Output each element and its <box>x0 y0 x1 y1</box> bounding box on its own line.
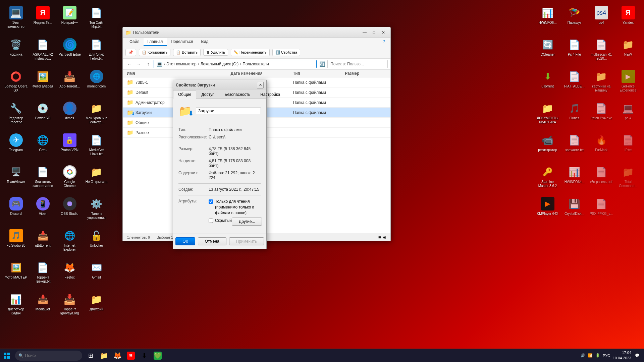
icon-edge[interactable]: 🌀 Microsoft Edge <box>57 35 82 65</box>
icon-photo-gallery[interactable]: 🖼️ ФотоГалерея <box>30 67 55 97</box>
taskbar-datetime[interactable]: 17:04 10.04.2023 <box>613 350 631 361</box>
tab-settings[interactable]: Настройка <box>255 90 285 99</box>
icon-starline[interactable]: 🔑 StarLine Master 3.6.2 <box>535 163 560 193</box>
icon-media-links[interactable]: 📄 MediaGet Links.txt <box>84 131 109 161</box>
refresh-button[interactable]: 🔄 <box>318 60 326 68</box>
copy-btn[interactable]: 📋 Копировать <box>139 49 170 56</box>
close-button[interactable]: ✕ <box>379 29 388 36</box>
icon-teamviewer[interactable]: 🖥️ TeamViewer <box>3 163 29 193</box>
dialog-close-button[interactable]: ✕ <box>257 82 264 88</box>
icon-firefox[interactable]: 🦊 Firefox <box>57 258 82 288</box>
tab-access[interactable]: Доступ <box>196 90 219 99</box>
icon-torrent-igrovaya[interactable]: 📥 Торрент Igrovaya.org <box>57 290 82 320</box>
icon-qbittorrent[interactable]: 📥 qBittorrent <box>30 226 55 256</box>
tab-share[interactable]: Поделиться <box>167 38 197 46</box>
icon-google-chrome[interactable]: Google Chrome <box>57 163 82 193</box>
icon-discord[interactable]: 🎮 Discord <box>3 194 29 225</box>
icon-gmail[interactable]: ✉️ Gmail <box>84 258 109 288</box>
back-button[interactable]: ← <box>125 60 133 68</box>
readonly-checkbox[interactable] <box>209 199 213 204</box>
icon-fiat[interactable]: 📄 FIAT_ALBE... <box>562 67 587 97</box>
icon-itunes[interactable]: 🎵 iTunes <box>562 99 587 129</box>
tab-home[interactable]: Главная <box>144 38 167 46</box>
icon-dmitry[interactable]: 📁 Дмитрий <box>84 290 109 320</box>
apply-button[interactable]: Применить <box>229 237 264 245</box>
taskbar-language[interactable]: РУС <box>603 354 610 358</box>
taskbar-task-view[interactable]: ⊞ <box>84 349 97 362</box>
taskbar-network-icon[interactable]: 📶 <box>588 353 593 358</box>
icon-ne-otkryvat[interactable]: 📁 Не Открывать <box>84 163 109 193</box>
icon-mediaget[interactable]: 📥 MediaGet <box>30 290 55 320</box>
rename-btn[interactable]: ✏️ Переименовать <box>231 49 270 56</box>
icon-unlocker[interactable]: 🔓 Unlocker <box>84 226 109 256</box>
notification-icon[interactable]: 💬 <box>634 352 641 359</box>
tab-general[interactable]: Общие <box>173 90 196 99</box>
paste-btn[interactable]: 📋 Вставить <box>173 49 201 56</box>
icon-utorrent[interactable]: ⬇ uTorrent <box>535 67 560 97</box>
delete-btn[interactable]: 🗑 Удалить <box>203 49 228 56</box>
icon-notepadpp[interactable]: 📝 Notepad++ <box>57 3 82 34</box>
header-type[interactable]: Тип <box>293 71 345 76</box>
start-button[interactable] <box>0 349 13 362</box>
header-name[interactable]: Имя <box>127 71 231 76</box>
icon-multiscan[interactable]: 📄 multiescan R1 [2020... <box>589 35 614 65</box>
taskbar-green-app[interactable]: 💚 <box>151 349 164 362</box>
taskbar-firefox[interactable]: 🦊 <box>111 349 124 362</box>
address-path[interactable]: 💻 › Этот компьютер › Локальный диск (C:)… <box>154 60 317 68</box>
tab-view[interactable]: Вид <box>197 38 212 46</box>
list-view-btn[interactable]: ≡ <box>378 235 381 240</box>
folder-name-input[interactable] <box>196 108 261 114</box>
forward-button[interactable]: → <box>135 60 143 68</box>
icon-pc4[interactable]: 💻 pc 4 <box>615 99 641 129</box>
tab-security[interactable]: Безопасность <box>220 90 256 99</box>
icon-foto-master[interactable]: 🖼️ Фото МАСТЕР <box>3 258 29 288</box>
ok-button[interactable]: ОК <box>175 237 195 245</box>
pin-btn[interactable]: 📌 <box>125 49 136 56</box>
icon-furmark[interactable]: 🔥 FurMark <box>589 131 614 161</box>
icon-zapchasti[interactable]: 📄 запчасти.txt <box>562 131 587 161</box>
icon-torrent-treker[interactable]: 📄 Торрент Трекер.txt <box>30 258 55 288</box>
icon-ps4-file[interactable]: 📄 Ps 4 File <box>562 35 587 65</box>
icon-obs[interactable]: ⏺ OBS Studio <box>57 194 82 225</box>
icon-top-site[interactable]: 📄 Топ Сайт Игр.txt <box>84 3 109 34</box>
icon-registry[interactable]: 🔧 Редактор Реестра <box>3 99 29 129</box>
taskbar-file-explorer[interactable]: 📁 <box>97 349 111 362</box>
icon-asio[interactable]: 📄 ASIO4ALL v2 Instructio... <box>30 35 55 65</box>
icon-ps4[interactable]: ps4 ps4 <box>589 3 614 34</box>
icon-opera[interactable]: ⭕ Браузер Opera GX <box>3 67 29 97</box>
icon-geforce[interactable]: ▶ GeForce Experience <box>615 67 641 97</box>
icon-yandex[interactable]: Я Яндекс.Те... <box>30 3 55 34</box>
taskbar-search[interactable]: 🔍 Поиск <box>15 351 82 361</box>
icon-registrator[interactable]: 📹 регистратор <box>535 131 560 161</box>
icon-ccleaner[interactable]: 🔄 CCleaner <box>535 35 560 65</box>
icon-dimas[interactable]: 👤 dimas <box>57 99 82 129</box>
search-input[interactable] <box>327 60 388 68</box>
icon-viber[interactable]: 📱 Viber <box>30 194 55 225</box>
taskbar-yandex[interactable]: Я <box>124 349 138 362</box>
icon-network[interactable]: 🌐 Сеть <box>30 131 55 161</box>
icon-psx-fpkg[interactable]: 📄 PSX-FPKG_v... <box>589 194 614 225</box>
icon-poweriso[interactable]: 💿 PowerISO <box>30 99 55 129</box>
icon-moreigr[interactable]: 🌐 moreigr.com <box>84 67 109 97</box>
properties-btn[interactable]: ℹ️ Свойства <box>272 49 300 56</box>
icon-new-folder[interactable]: 📁 NEW <box>615 35 641 65</box>
icon-yandex-r[interactable]: Я Yandex <box>615 3 641 34</box>
cancel-button[interactable]: Отмена <box>198 237 226 245</box>
icon-kartinki[interactable]: 📁 картинки на машину <box>589 67 614 97</box>
grid-view-btn[interactable]: ⊞ <box>382 235 386 240</box>
icon-kmplayer[interactable]: ▶ KMPlayer 64X <box>535 194 560 225</box>
icon-app-torrent[interactable]: 📥 App-Torrent... <box>57 67 82 97</box>
icon-parashut[interactable]: 🪂 Парашут <box>562 3 587 34</box>
taskbar-speaker-icon[interactable]: 🔊 <box>581 353 585 358</box>
icon-my-levels[interactable]: 📁 Мои Уровни в Геометр... <box>84 99 109 129</box>
icon-r6o[interactable]: 📄 r6o разель.pdf <box>589 163 614 193</box>
icon-basket[interactable]: 🗑️ Корзина <box>3 35 29 65</box>
icon-crystaldisk[interactable]: 💾 CrystalDisk... <box>562 194 587 225</box>
header-size[interactable]: Размер <box>345 71 386 76</box>
minimize-button[interactable]: — <box>360 29 369 36</box>
icon-internet-explorer[interactable]: 🌐 Internet Explorer <box>57 226 82 256</box>
icon-hwinfo64[interactable]: 📊 HWiNFO64... <box>562 163 587 193</box>
other-button[interactable]: Другие... <box>232 218 262 226</box>
tab-file[interactable]: Файл <box>125 38 144 46</box>
hidden-checkbox[interactable] <box>209 219 213 223</box>
